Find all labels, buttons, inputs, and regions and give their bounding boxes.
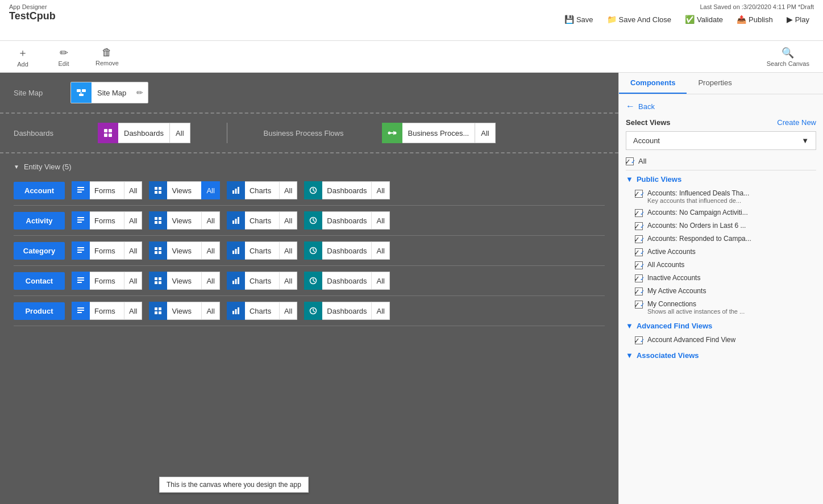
list-item[interactable]: ✓Inactive Accounts — [626, 272, 816, 285]
forms-all-button[interactable]: All — [124, 211, 142, 230]
dashboards-all-button[interactable]: All — [371, 241, 389, 260]
svg-rect-25 — [77, 222, 82, 223]
save-close-button[interactable]: 📁 Save And Close — [602, 13, 676, 26]
view-item-text: All Accounts — [647, 261, 684, 269]
entity-button-account[interactable]: Account — [14, 182, 65, 199]
back-button[interactable]: ← Back — [626, 101, 816, 111]
all-checkbox[interactable]: ✓ — [626, 157, 634, 165]
entity-section-header[interactable]: ▼ Entity View (5) — [14, 158, 605, 176]
validate-button[interactable]: ✅ Validate — [680, 13, 728, 26]
svg-rect-45 — [77, 277, 84, 278]
svg-rect-43 — [238, 247, 239, 254]
forms-label: Forms — [90, 272, 124, 290]
list-item[interactable]: ✓Accounts: Influenced Deals Tha...Key ac… — [626, 187, 816, 206]
views-label: Views — [167, 302, 201, 320]
svg-rect-7 — [104, 134, 107, 137]
view-checkbox[interactable]: ✓ — [635, 209, 643, 217]
view-item-text: Inactive Accounts — [647, 274, 700, 282]
sitemap-box[interactable]: Site Map ✏ — [70, 82, 148, 103]
entity-button-product[interactable]: Product — [14, 302, 65, 320]
view-checkbox[interactable]: ✓ — [635, 274, 643, 282]
view-checkbox[interactable]: ✓ — [635, 235, 643, 243]
charts-label: Charts — [245, 181, 279, 199]
charts-all-button[interactable]: All — [279, 241, 297, 260]
all-checkbox-row[interactable]: ✓ All — [626, 157, 816, 170]
dashboards-all-button[interactable]: All — [371, 302, 389, 320]
associated-views-label: Associated Views — [637, 351, 699, 360]
svg-rect-34 — [77, 247, 84, 248]
public-views-header[interactable]: ▼ Public Views — [626, 175, 816, 184]
dashboards-label: Dashboards — [322, 272, 371, 290]
dashboards-all-button[interactable]: All — [371, 181, 389, 199]
public-views-arrow-icon: ▼ — [626, 175, 633, 184]
edit-button[interactable]: ✏ Edit — [50, 44, 77, 69]
view-checkbox[interactable]: ✓ — [635, 222, 643, 230]
entity-activity-views: ViewsAll — [149, 211, 219, 230]
charts-all-button[interactable]: All — [279, 272, 297, 290]
tab-components[interactable]: Components — [619, 73, 687, 94]
dashboards-label: Dashboards — [322, 211, 371, 230]
list-item[interactable]: ✓All Accounts — [626, 259, 816, 272]
dashboards-all[interactable]: All — [169, 123, 190, 143]
charts-all-button[interactable]: All — [279, 302, 297, 320]
forms-all-button[interactable]: All — [124, 302, 142, 320]
dashboards-all-button[interactable]: All — [371, 272, 389, 290]
list-item[interactable]: ✓Accounts: No Orders in Last 6 ... — [626, 219, 816, 232]
entity-contact-views: ViewsAll — [149, 272, 219, 290]
entity-button-contact[interactable]: Contact — [14, 272, 65, 290]
svg-rect-28 — [155, 221, 157, 224]
charts-all-button[interactable]: All — [279, 181, 297, 199]
views-all-button[interactable]: All — [201, 241, 219, 260]
view-checkbox[interactable]: ✓ — [635, 301, 643, 309]
entity-button-activity[interactable]: Activity — [14, 212, 65, 230]
associated-views-header[interactable]: ▼ Associated Views — [626, 351, 816, 360]
tab-properties[interactable]: Properties — [687, 73, 743, 94]
account-dropdown[interactable]: Account ▼ — [626, 131, 816, 150]
forms-all-button[interactable]: All — [124, 272, 142, 290]
forms-all-button[interactable]: All — [124, 181, 142, 199]
play-button[interactable]: ▶ Play — [782, 13, 814, 26]
list-item[interactable]: ✓Accounts: Responded to Campa... — [626, 232, 816, 245]
dashboards-label: Dashboards — [14, 129, 70, 138]
publish-button[interactable]: 📤 Publish — [732, 13, 778, 26]
views-all-button[interactable]: All — [201, 211, 219, 230]
bpf-group: Business Proces... All — [382, 123, 496, 143]
views-all-button[interactable]: All — [201, 302, 219, 320]
advanced-find-header[interactable]: ▼ Advanced Find Views — [626, 322, 816, 330]
list-item[interactable]: ✓Active Accounts — [626, 245, 816, 259]
bpf-all[interactable]: All — [475, 123, 495, 143]
svg-rect-50 — [155, 281, 157, 284]
remove-button[interactable]: 🗑 Remove — [91, 44, 123, 69]
charts-all-button[interactable]: All — [279, 211, 297, 230]
list-item[interactable]: ✓Accounts: No Campaign Activiti... — [626, 206, 816, 219]
svg-rect-15 — [155, 187, 157, 190]
svg-rect-16 — [159, 187, 161, 190]
view-checkbox[interactable]: ✓ — [635, 190, 643, 198]
svg-rect-64 — [235, 309, 236, 314]
sitemap-edit-icon[interactable]: ✏ — [132, 88, 148, 97]
views-all-button[interactable]: All — [201, 181, 219, 199]
entity-section-label: Entity View (5) — [24, 163, 72, 171]
entity-button-category[interactable]: Category — [14, 242, 65, 260]
view-checkbox[interactable]: ✓ — [635, 261, 643, 269]
svg-rect-40 — [159, 251, 161, 254]
add-button[interactable]: ＋ Add — [9, 44, 36, 70]
dashboards-all-button[interactable]: All — [371, 211, 389, 230]
view-checkbox[interactable]: ✓ — [635, 248, 643, 256]
svg-rect-30 — [232, 220, 234, 224]
views-all-button[interactable]: All — [201, 272, 219, 290]
view-checkbox[interactable]: ✓ — [635, 288, 643, 295]
list-item[interactable]: ✓Account Advanced Find View — [626, 334, 816, 347]
create-new-link[interactable]: Create New — [777, 118, 816, 127]
select-views-label: Select Views — [626, 118, 671, 127]
view-item-title: Account Advanced Find View — [647, 336, 735, 344]
sitemap-label: Site Map — [14, 89, 70, 97]
view-item-title: Accounts: Influenced Deals Tha... — [647, 189, 749, 197]
save-button[interactable]: 💾 Save — [560, 13, 598, 26]
search-canvas-button[interactable]: 🔍 Search Canvas — [762, 44, 814, 69]
list-item[interactable]: ✓My Active Accounts — [626, 285, 816, 298]
forms-all-button[interactable]: All — [124, 241, 142, 260]
view-checkbox[interactable]: ✓ — [635, 336, 643, 344]
panel-content: ← Back Select Views Create New Account ▼… — [619, 94, 823, 504]
list-item[interactable]: ✓My ConnectionsShows all active instance… — [626, 298, 816, 317]
